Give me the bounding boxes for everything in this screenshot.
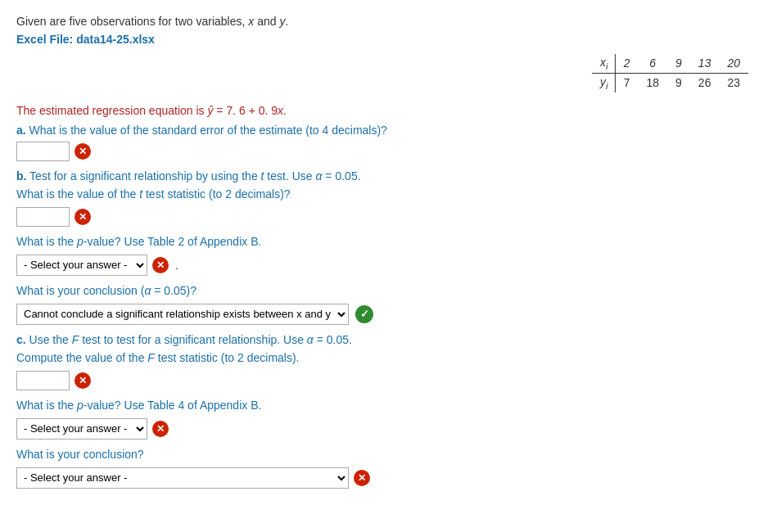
part-b-q1: What is the value of the t test statisti… <box>16 187 765 201</box>
appendix-b-link-1[interactable]: Appendix B <box>200 235 259 248</box>
excel-file-label: Excel File: data14-25.xlsx <box>16 33 765 46</box>
part-c-f-answer-row: ✕ <box>16 371 765 390</box>
part-c-pvalue-answer-row: - Select your answer - less than .01 bet… <box>16 418 765 440</box>
part-c-conclusion-select[interactable]: - Select your answer - Cannot conclude a… <box>16 467 349 489</box>
table-xi-2: 6 <box>638 54 667 73</box>
data-table: xi 2 6 9 13 20 yi 7 18 9 26 23 <box>592 54 748 92</box>
table-header-xi: xi <box>592 54 615 73</box>
part-b-t-answer-row: ✕ <box>16 207 765 227</box>
part-c-q3: What is your conclusion? <box>16 448 765 461</box>
part-b-t-error-icon[interactable]: ✕ <box>74 209 91 225</box>
part-b-label: b. Test for a significant relationship b… <box>16 169 765 183</box>
table-yi-2: 18 <box>638 73 667 92</box>
table-yi-5: 23 <box>719 73 748 92</box>
table-header-yi: yi <box>592 73 615 92</box>
intro-text: Given are five observations for two vari… <box>16 15 765 28</box>
regression-equation: The estimated regression equation is ŷ =… <box>16 104 765 117</box>
table-yi-1: 7 <box>615 73 638 92</box>
part-b-pvalue-select[interactable]: - Select your answer - less than .01 bet… <box>16 255 147 276</box>
table-xi-1: 2 <box>615 54 638 73</box>
period-1: . <box>175 259 178 272</box>
part-a-input[interactable] <box>16 142 70 161</box>
part-c-f-input[interactable] <box>16 371 70 390</box>
part-b-conclusion-check-icon[interactable]: ✓ <box>355 305 373 323</box>
part-c-pvalue-error-icon[interactable]: ✕ <box>152 421 169 437</box>
appendix-b-link-2[interactable]: Appendix B <box>200 399 259 412</box>
part-b-pvalue-answer-row: - Select your answer - less than .01 bet… <box>16 255 765 276</box>
table-xi-5: 20 <box>719 54 748 73</box>
part-b-q2: What is the p-value? Use Table 2 of Appe… <box>16 235 765 248</box>
part-c-q2: What is the p-value? Use Table 4 of Appe… <box>16 399 765 412</box>
table-yi-4: 26 <box>690 73 720 92</box>
part-b-conclusion-row: Cannot conclude a significant relationsh… <box>16 304 765 325</box>
data-table-container: xi 2 6 9 13 20 yi 7 18 9 26 23 <box>16 54 748 92</box>
part-c-conclusion-error-icon[interactable]: ✕ <box>354 470 370 486</box>
part-c-conclusion-row: - Select your answer - Cannot conclude a… <box>16 467 765 489</box>
part-c-q1: Compute the value of the F test statisti… <box>16 351 765 364</box>
table-xi-3: 9 <box>667 54 690 73</box>
part-a-label: a. What is the value of the standard err… <box>16 124 765 137</box>
part-b-conclusion-select[interactable]: Cannot conclude a significant relationsh… <box>16 304 349 325</box>
part-a-answer-row: ✕ <box>16 142 765 161</box>
part-c-f-error-icon[interactable]: ✕ <box>74 372 91 389</box>
part-b-q3: What is your conclusion (α = 0.05)? <box>16 284 765 297</box>
part-c-label: c. Use the F test to test for a signific… <box>16 333 765 346</box>
table-xi-4: 13 <box>690 54 720 73</box>
excel-link[interactable]: data14-25.xlsx <box>76 33 155 46</box>
part-b-t-input[interactable] <box>16 207 70 227</box>
table-yi-3: 9 <box>667 73 690 92</box>
part-a-error-icon[interactable]: ✕ <box>74 143 91 160</box>
part-c-pvalue-select[interactable]: - Select your answer - less than .01 bet… <box>16 418 147 440</box>
part-b-pvalue-error-icon[interactable]: ✕ <box>152 257 169 273</box>
